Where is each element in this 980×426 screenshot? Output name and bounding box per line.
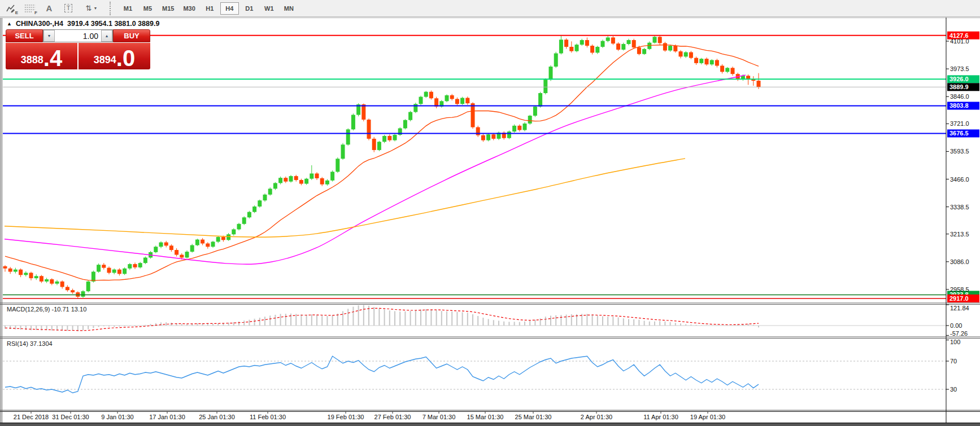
- svg-text:30: 30: [950, 386, 957, 393]
- timeframe-m15-button[interactable]: M15: [158, 2, 178, 15]
- svg-text:121.84: 121.84: [950, 305, 969, 311]
- timeframe-m30-button[interactable]: M30: [179, 2, 199, 15]
- svg-text:19 Apr 01:30: 19 Apr 01:30: [690, 414, 725, 420]
- svg-text:25 Jan 01:30: 25 Jan 01:30: [199, 414, 235, 420]
- svg-text:31 Dec 01:30: 31 Dec 01:30: [52, 414, 89, 420]
- svg-text:9 Jan 01:30: 9 Jan 01:30: [101, 414, 134, 420]
- arrange-arrows-icon[interactable]: ⇅ ▼: [79, 2, 104, 15]
- svg-text:3973.5: 3973.5: [950, 65, 969, 72]
- rsi-indicator-label: RSI(14) 37.1304: [7, 340, 53, 347]
- svg-text:3338.5: 3338.5: [950, 204, 969, 210]
- svg-text:3213.5: 3213.5: [950, 231, 969, 238]
- sell-button[interactable]: SELL: [6, 29, 43, 42]
- toolbar: E F A T ⇅ ▼ M1 M5 M15 M30 H1 H4 D1 W1 MN: [0, 0, 980, 17]
- svg-text:21 Dec 2018: 21 Dec 2018: [14, 414, 49, 420]
- svg-text:25 Mar 01:30: 25 Mar 01:30: [515, 414, 552, 420]
- buy-price-frac: .0: [116, 49, 135, 68]
- text-label-icon[interactable]: T: [60, 2, 77, 15]
- svg-text:15 Mar 01:30: 15 Mar 01:30: [467, 414, 504, 420]
- svg-text:3926.0: 3926.0: [949, 76, 969, 82]
- svg-text:27 Feb 01:30: 27 Feb 01:30: [374, 414, 411, 420]
- timeframe-h1-button[interactable]: H1: [201, 2, 219, 15]
- svg-text:11 Feb 01:30: 11 Feb 01:30: [250, 414, 286, 420]
- volume-decrease-button[interactable]: ▼: [43, 30, 55, 42]
- svg-text:19 Feb 01:30: 19 Feb 01:30: [328, 414, 364, 420]
- svg-text:0.00: 0.00: [950, 322, 962, 329]
- svg-text:3721.0: 3721.0: [950, 120, 969, 127]
- svg-text:2 Apr 01:30: 2 Apr 01:30: [581, 414, 612, 420]
- sell-price-int: 3888: [21, 55, 43, 65]
- volume-increase-button[interactable]: ▲: [101, 30, 112, 42]
- chart-canvas[interactable]: 4127.63926.03889.93803.83676.52933.82917…: [0, 17, 980, 426]
- buy-price-int: 3894: [94, 55, 116, 65]
- macd-indicator-label: MACD(12,26,9) -10.71 13.10: [7, 306, 86, 313]
- svg-text:70: 70: [950, 358, 957, 364]
- svg-text:3846.0: 3846.0: [950, 93, 969, 100]
- timeframe-d1-button[interactable]: D1: [240, 2, 259, 15]
- sell-price-frac: .4: [43, 49, 62, 68]
- svg-text:3593.5: 3593.5: [950, 148, 969, 155]
- svg-text:11 Apr 01:30: 11 Apr 01:30: [643, 414, 678, 420]
- svg-text:7 Mar 01:30: 7 Mar 01:30: [423, 414, 456, 420]
- timeframe-m5-button[interactable]: M5: [138, 2, 157, 15]
- svg-text:3676.5: 3676.5: [949, 130, 969, 137]
- svg-text:3889.9: 3889.9: [949, 84, 969, 90]
- timeframe-mn-button[interactable]: MN: [280, 2, 298, 15]
- icon-subscript: E: [15, 10, 18, 15]
- indicator-pencil-icon[interactable]: E: [2, 2, 19, 15]
- timeframe-w1-button[interactable]: W1: [260, 2, 278, 15]
- grid-icon[interactable]: F: [21, 2, 38, 15]
- icon-subscript: F: [34, 10, 37, 15]
- buy-button[interactable]: BUY: [113, 29, 150, 42]
- svg-text:-57.26: -57.26: [950, 330, 968, 337]
- chart-title: ▲ CHINA300-,H4 3919.4 3954.1 3881.0 3889…: [7, 20, 159, 28]
- svg-text:17 Jan 01:30: 17 Jan 01:30: [149, 414, 185, 420]
- buy-price-display[interactable]: 3894.0: [79, 43, 150, 69]
- svg-text:3803.8: 3803.8: [949, 102, 969, 109]
- svg-text:2958.5: 2958.5: [950, 286, 969, 293]
- timeframe-m1-button[interactable]: M1: [119, 2, 137, 15]
- svg-text:3466.0: 3466.0: [950, 176, 969, 183]
- one-click-trading-panel: SELL ▼ ▲ BUY 3888.4 3894.0: [6, 29, 150, 69]
- timeframe-h4-button[interactable]: H4: [220, 2, 239, 15]
- svg-text:100: 100: [950, 339, 960, 345]
- collapse-panel-arrow-icon[interactable]: ▲: [7, 21, 12, 27]
- dropdown-caret-icon: ▼: [93, 6, 97, 10]
- volume-input[interactable]: [55, 30, 101, 42]
- volume-spinner: ▼ ▲: [43, 29, 113, 42]
- svg-text:3086.0: 3086.0: [950, 258, 969, 265]
- text-a-icon[interactable]: A: [41, 2, 58, 15]
- toolbar-separator: [110, 2, 114, 15]
- symbol-period-label: CHINA300-,H4: [16, 20, 63, 28]
- svg-text:4101.0: 4101.0: [950, 38, 969, 45]
- ohlc-values: 3919.4 3954.1 3881.0 3889.9: [67, 20, 159, 28]
- sell-price-display[interactable]: 3888.4: [6, 43, 77, 69]
- svg-text:2917.0: 2917.0: [949, 295, 969, 302]
